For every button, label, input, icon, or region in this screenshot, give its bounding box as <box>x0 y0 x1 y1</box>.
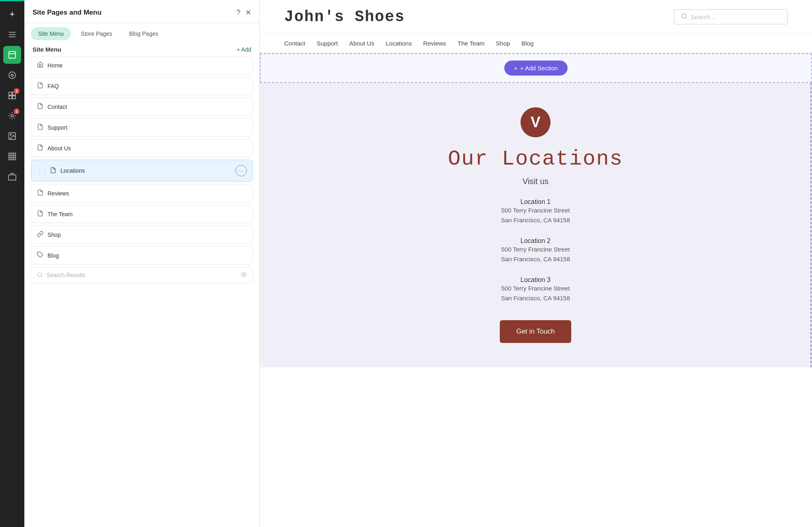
search-results-eye-icon[interactable] <box>241 271 247 279</box>
icon-sidebar: + 1 1 <box>0 0 24 527</box>
menu-item-the-team-label: The Team <box>48 211 247 217</box>
menu-item-contact-label: Contact <box>48 104 247 110</box>
site-menu-label: Site Menu <box>32 46 61 53</box>
shop-link-icon <box>37 231 43 239</box>
plus-icon: + <box>514 65 518 72</box>
sidebar-icon-case[interactable] <box>3 168 21 186</box>
location-3-street: 500 Terry Francine Street <box>501 284 570 293</box>
svg-line-25 <box>685 17 687 19</box>
menu-item-more-button[interactable]: ··· <box>235 165 247 176</box>
blog-icon <box>37 252 43 259</box>
nav-blog[interactable]: Blog <box>521 40 533 47</box>
site-topbar: John's Shoes Search... <box>260 0 812 34</box>
location-2: Location 2 500 Terry Francine Street San… <box>501 237 570 264</box>
panel-title: Site Pages and Menu <box>32 9 102 17</box>
logo-letter: V <box>531 114 540 131</box>
add-section-label: + Add Section <box>520 65 558 72</box>
menu-item-about-label: About Us <box>48 145 247 152</box>
menu-item-locations-label: Locations <box>60 167 235 174</box>
location-2-street: 500 Terry Francine Street <box>501 245 570 254</box>
location-1-name: Location 1 <box>501 198 570 206</box>
site-search-box[interactable]: Search... <box>674 9 788 24</box>
tab-site-menu[interactable]: Site Menu <box>31 27 71 40</box>
logo-circle: V <box>520 107 551 137</box>
svg-rect-7 <box>9 92 12 95</box>
about-page-icon <box>37 144 43 152</box>
menu-item-the-team[interactable]: The Team <box>31 205 253 223</box>
main-content: John's Shoes Search... Contact Support A… <box>260 0 812 527</box>
badge-apps2: 1 <box>14 108 19 114</box>
close-icon[interactable]: ✕ <box>245 8 251 17</box>
menu-item-shop[interactable]: Shop <box>31 226 253 244</box>
location-2-name: Location 2 <box>501 237 570 245</box>
nav-shop[interactable]: Shop <box>496 40 510 47</box>
svg-rect-9 <box>9 96 12 99</box>
home-page-icon <box>37 61 43 69</box>
menu-item-blog[interactable]: Blog <box>31 246 253 265</box>
svg-rect-10 <box>13 96 15 99</box>
sidebar-icon-table[interactable] <box>3 147 21 165</box>
svg-rect-14 <box>9 153 16 160</box>
menu-item-home[interactable]: Home <box>31 56 253 74</box>
svg-point-24 <box>682 14 686 18</box>
sidebar-icon-design[interactable] <box>3 66 21 84</box>
svg-point-23 <box>243 274 245 275</box>
faq-page-icon <box>37 82 43 90</box>
svg-point-11 <box>11 115 13 117</box>
nav-about-us[interactable]: About Us <box>349 40 374 47</box>
menu-item-locations[interactable]: ⋮⋮ Locations ··· <box>31 160 253 182</box>
add-section-button[interactable]: + + Add Section <box>504 61 568 76</box>
svg-point-5 <box>9 72 16 79</box>
menu-item-shop-label: Shop <box>48 232 247 238</box>
location-1-street: 500 Terry Francine Street <box>501 206 570 215</box>
nav-support[interactable]: Support <box>317 40 338 47</box>
nav-reviews[interactable]: Reviews <box>423 40 446 47</box>
dashed-border <box>810 83 811 367</box>
sidebar-icon-apps1[interactable]: 1 <box>3 87 21 104</box>
add-menu-item-link[interactable]: + Add <box>237 46 251 53</box>
locations-section: V Our Locations Visit us Location 1 500 … <box>260 83 812 367</box>
tab-row: Site Menu Store Pages Blog Pages <box>24 23 259 40</box>
menu-item-faq[interactable]: FAQ <box>31 77 253 95</box>
sidebar-icon-media[interactable] <box>3 127 21 145</box>
menu-item-faq-label: FAQ <box>48 83 247 89</box>
drag-handle-icon: ⋮⋮ <box>37 168 48 174</box>
sidebar-icon-add[interactable]: + <box>3 5 21 23</box>
tab-blog-pages[interactable]: Blog Pages <box>122 27 166 40</box>
add-section-bar: + + Add Section <box>260 53 812 83</box>
reviews-page-icon <box>37 189 43 197</box>
search-icon <box>681 13 687 21</box>
menu-item-contact[interactable]: Contact <box>31 98 253 116</box>
site-menu-header: Site Menu + Add <box>24 40 259 56</box>
nav-locations[interactable]: Locations <box>386 40 412 47</box>
sidebar-icon-apps2[interactable]: 1 <box>3 107 21 125</box>
nav-the-team[interactable]: The Team <box>458 40 484 47</box>
menu-item-reviews-label: Reviews <box>48 190 247 197</box>
get-in-touch-button[interactable]: Get in Touch <box>500 320 571 343</box>
sidebar-icon-pages[interactable] <box>3 26 21 43</box>
tab-store-pages[interactable]: Store Pages <box>73 27 119 40</box>
sidebar-icon-site-pages[interactable] <box>3 46 21 64</box>
svg-rect-3 <box>9 52 16 59</box>
visit-us-text: Visit us <box>523 177 549 186</box>
svg-point-6 <box>11 74 13 76</box>
locations-title-text: Our Locations <box>448 147 623 171</box>
menu-item-reviews[interactable]: Reviews <box>31 184 253 202</box>
site-nav: Contact Support About Us Locations Revie… <box>260 34 812 53</box>
search-placeholder: Search... <box>691 13 715 20</box>
svg-point-21 <box>38 272 41 276</box>
the-team-page-icon <box>37 210 43 218</box>
support-page-icon <box>37 124 43 131</box>
badge-apps1: 1 <box>14 88 19 94</box>
nav-contact[interactable]: Contact <box>284 40 305 47</box>
location-3-name: Location 3 <box>501 276 570 284</box>
locations-page-icon <box>50 167 56 175</box>
panel-header-actions: ? ✕ <box>236 8 251 17</box>
svg-point-13 <box>10 134 11 135</box>
help-icon[interactable]: ? <box>236 9 240 17</box>
menu-item-support[interactable]: Support <box>31 118 253 137</box>
menu-item-about-us[interactable]: About Us <box>31 139 253 157</box>
menu-list: Home FAQ Contact Support About Us <box>24 56 259 527</box>
panel-header: Site Pages and Menu ? ✕ <box>24 0 259 23</box>
svg-rect-19 <box>9 175 16 180</box>
